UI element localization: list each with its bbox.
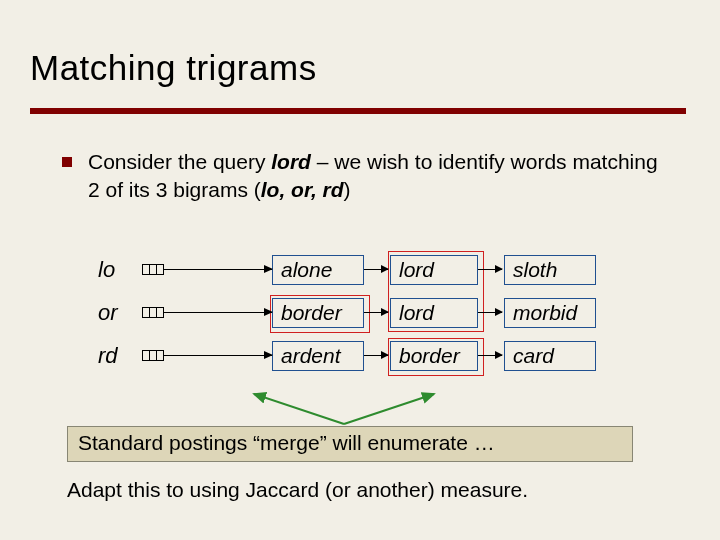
postings-diagram: lo alone lord sloth or border lord morbi… xyxy=(98,248,658,377)
arrow-icon xyxy=(478,269,502,271)
arrow-icon xyxy=(164,269,272,271)
posting-cell: morbid xyxy=(504,298,596,328)
posting-row: rd ardent border card xyxy=(98,334,658,377)
slide-title: Matching trigrams xyxy=(30,48,317,88)
bigram-label: or xyxy=(98,300,144,326)
arrow-icon xyxy=(164,312,272,314)
arrow-icon xyxy=(364,355,388,357)
query-word: lord xyxy=(271,150,311,173)
arrow-icon xyxy=(478,312,502,314)
posting-cell: lord xyxy=(390,255,478,285)
bigram-2: or, xyxy=(285,178,317,201)
bullet-post: ) xyxy=(344,178,351,201)
arrow-icon xyxy=(478,355,502,357)
posting-cell: border xyxy=(390,341,478,371)
svg-line-0 xyxy=(254,394,344,424)
arrow-icon xyxy=(164,355,272,357)
bullet-text: Consider the query lord – we wish to ide… xyxy=(88,148,662,205)
adapt-note: Adapt this to using Jaccard (or another)… xyxy=(67,478,687,502)
bullet-square-icon xyxy=(62,157,72,167)
posting-cell: card xyxy=(504,341,596,371)
bigram-label: rd xyxy=(98,343,144,369)
bigram-3: rd xyxy=(317,178,344,201)
posting-cell: lord xyxy=(390,298,478,328)
posting-cell: sloth xyxy=(504,255,596,285)
bullet-pre: Consider the query xyxy=(88,150,271,173)
posting-row: or border lord morbid xyxy=(98,291,658,334)
arrow-icon xyxy=(364,269,388,271)
title-underline xyxy=(30,108,686,114)
posting-row: lo alone lord sloth xyxy=(98,248,658,291)
bigram-1: lo, xyxy=(261,178,286,201)
posting-cell: alone xyxy=(272,255,364,285)
postings-head-icon xyxy=(142,264,164,275)
svg-line-1 xyxy=(344,394,434,424)
slide: Matching trigrams Consider the query lor… xyxy=(0,0,720,540)
posting-cell: ardent xyxy=(272,341,364,371)
postings-head-icon xyxy=(142,350,164,361)
bullet-item: Consider the query lord – we wish to ide… xyxy=(62,148,662,205)
postings-head-icon xyxy=(142,307,164,318)
converge-arrows-icon xyxy=(239,388,449,426)
posting-cell: border xyxy=(272,298,364,328)
merge-note: Standard postings “merge” will enumerate… xyxy=(67,426,633,462)
arrow-icon xyxy=(364,312,388,314)
bigram-label: lo xyxy=(98,257,144,283)
